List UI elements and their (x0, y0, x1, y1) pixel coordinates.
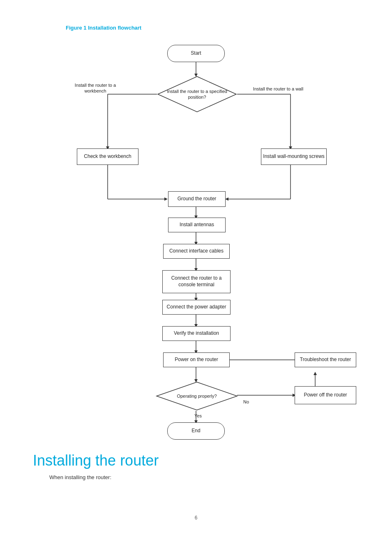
no-label: No (238, 398, 254, 406)
left-decision-label: Install the router to a workbench (65, 80, 126, 96)
install-wall-screws-node: Install wall-mounting screws (261, 148, 327, 165)
ground-router-node: Ground the router (168, 191, 226, 207)
svg-marker-13 (225, 197, 228, 201)
flowchart: Start Install the router to a specified … (36, 41, 356, 436)
decision1-node: Install the router to a specified positi… (157, 76, 237, 113)
page-number: 6 (195, 515, 198, 521)
connect-power-node: Connect the power adapter (162, 300, 231, 315)
verify-node: Verify the installation (162, 326, 231, 341)
decision2-node: Operating properly? (156, 381, 238, 411)
power-off-node: Power off the router (295, 386, 356, 404)
svg-marker-33 (314, 372, 317, 375)
troubleshoot-node: Troubleshoot the router (295, 352, 356, 367)
figure-title: Figure 1 Installation flowchart (66, 25, 359, 31)
end-node: End (167, 422, 225, 440)
right-decision-label: Install the router to a wall (245, 82, 311, 96)
connect-cables-node: Connect interface cables (163, 244, 230, 259)
install-antennas-node: Install antennas (168, 218, 226, 232)
start-node: Start (167, 45, 225, 62)
connect-console-node: Connect the router to a console terminal (162, 270, 231, 293)
check-workbench-node: Check the workbench (77, 148, 138, 165)
section-title: Installing the router (33, 452, 359, 469)
section-body: When installing the router: (49, 474, 359, 480)
yes-label: Yes (188, 412, 208, 420)
power-on-node: Power on the router (163, 352, 230, 367)
svg-marker-10 (164, 197, 168, 201)
